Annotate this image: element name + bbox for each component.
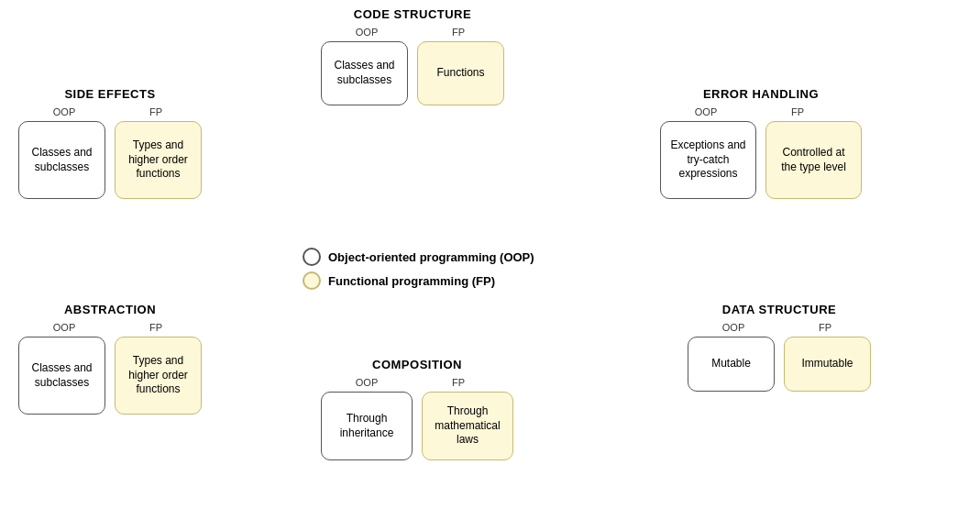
side-effects-title: SIDE EFFECTS bbox=[18, 87, 202, 101]
composition-title: COMPOSITION bbox=[321, 358, 513, 371]
abstraction-title: ABSTRACTION bbox=[18, 303, 202, 316]
composition-oop-box: Through inheritance bbox=[321, 392, 413, 460]
error-handling-title: ERROR HANDLING bbox=[660, 87, 862, 101]
error-handling-fp-label: FP bbox=[756, 106, 839, 117]
composition-fp-box: Through mathematical laws bbox=[422, 392, 513, 460]
side-effects-fp-box: Types and higher order functions bbox=[115, 121, 202, 199]
abstraction-fp-label: FP bbox=[115, 322, 197, 333]
legend-oop-label: Object-oriented programming (OOP) bbox=[328, 250, 534, 264]
legend-fp-circle bbox=[303, 271, 321, 290]
error-handling-fp-box: Controlled at the type level bbox=[765, 121, 862, 199]
code-structure-oop-box: Classes and subclasses bbox=[321, 41, 408, 105]
data-structure-fp-box: Immutable bbox=[784, 337, 871, 392]
code-structure-fp-label: FP bbox=[417, 27, 500, 38]
abstraction-oop-label: OOP bbox=[23, 322, 105, 333]
composition-fp-label: FP bbox=[417, 377, 500, 388]
abstraction-oop-box: Classes and subclasses bbox=[18, 337, 105, 415]
composition-oop-label: OOP bbox=[325, 377, 408, 388]
error-handling-oop-box: Exceptions and try-catch expressions bbox=[660, 121, 756, 199]
data-structure-title: DATA STRUCTURE bbox=[688, 303, 871, 316]
data-structure-oop-label: OOP bbox=[692, 322, 775, 333]
code-structure-fp-box: Functions bbox=[417, 41, 504, 105]
side-effects-fp-label: FP bbox=[115, 106, 197, 117]
data-structure-oop-box: Mutable bbox=[688, 337, 775, 392]
code-structure-title: CODE STRUCTURE bbox=[321, 7, 504, 21]
side-effects-oop-label: OOP bbox=[23, 106, 105, 117]
legend-oop-circle bbox=[303, 248, 321, 266]
code-structure-oop-label: OOP bbox=[325, 27, 408, 38]
side-effects-oop-box: Classes and subclasses bbox=[18, 121, 105, 199]
legend: Object-oriented programming (OOP) Functi… bbox=[303, 248, 534, 290]
abstraction-fp-box: Types and higher order functions bbox=[115, 337, 202, 415]
legend-fp-label: Functional programming (FP) bbox=[328, 274, 495, 288]
error-handling-oop-label: OOP bbox=[665, 106, 747, 117]
data-structure-fp-label: FP bbox=[784, 322, 866, 333]
